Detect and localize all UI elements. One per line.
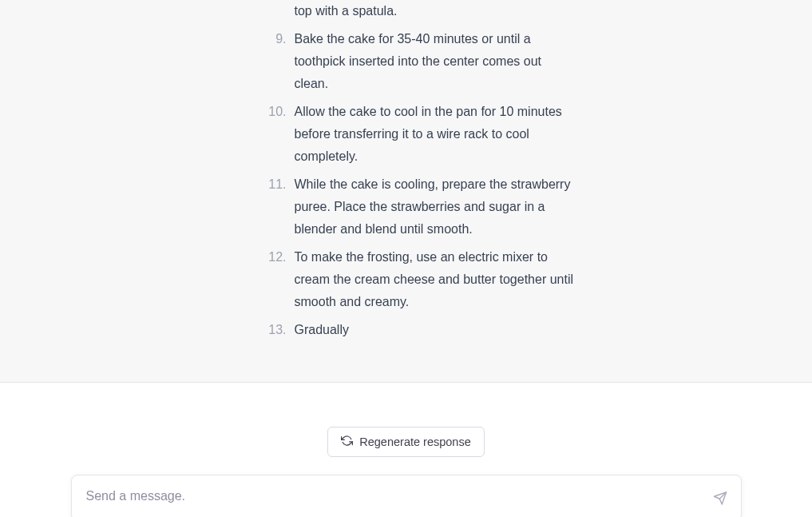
step-text: Gradually xyxy=(295,323,349,336)
step-text: To make the frosting, use an electric mi… xyxy=(295,250,574,308)
list-item-partial: top with a spatula. xyxy=(295,0,574,22)
step-number: 13. xyxy=(258,319,287,341)
step-number: 11. xyxy=(258,173,287,196)
message-content: top with a spatula. 9. Bake the cake for… xyxy=(95,0,718,341)
step-text: Allow the cake to cool in the pan for 10… xyxy=(295,105,562,163)
message-input[interactable] xyxy=(71,475,742,517)
list-item: 11. While the cake is cooling, prepare t… xyxy=(295,173,574,241)
assistant-message-block: top with a spatula. 9. Bake the cake for… xyxy=(0,0,812,383)
send-icon xyxy=(713,496,727,508)
step-text: While the cake is cooling, prepare the s… xyxy=(295,177,571,236)
composer-area: Regenerate response Free Research Previe… xyxy=(0,383,812,517)
refresh-icon xyxy=(341,435,353,449)
regenerate-button[interactable]: Regenerate response xyxy=(327,427,484,457)
recipe-steps-list: 9. Bake the cake for 35-40 minutes or un… xyxy=(295,28,574,341)
list-item: 12. To make the frosting, use an electri… xyxy=(295,246,574,313)
list-item: 13. Gradually xyxy=(295,319,574,341)
regenerate-label: Regenerate response xyxy=(359,435,470,448)
step-number: 10. xyxy=(258,101,287,123)
step-text: Bake the cake for 35-40 minutes or until… xyxy=(295,32,542,90)
regenerate-wrap: Regenerate response xyxy=(0,427,812,457)
list-item: 9. Bake the cake for 35-40 minutes or un… xyxy=(295,28,574,95)
step-number: 12. xyxy=(258,246,287,268)
step-number: 9. xyxy=(258,28,287,50)
input-row xyxy=(71,475,742,517)
send-button[interactable] xyxy=(710,488,731,511)
list-item: 10. Allow the cake to cool in the pan fo… xyxy=(295,101,574,168)
